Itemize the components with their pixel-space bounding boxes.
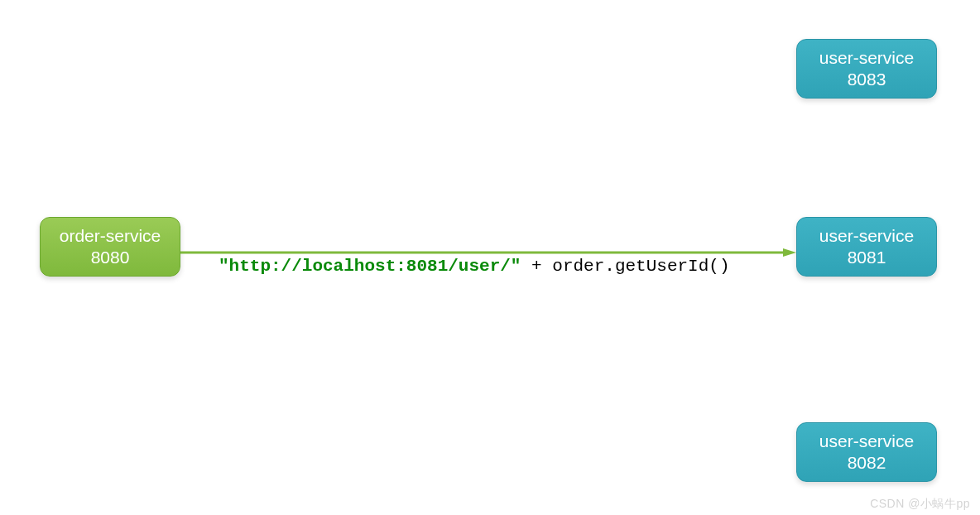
user-service-port-1: 8081 [848, 247, 886, 268]
svg-marker-1 [783, 248, 796, 257]
user-service-port-0: 8083 [848, 69, 886, 90]
user-service-box-8083: user-service 8083 [796, 39, 937, 99]
user-service-box-8081: user-service 8081 [796, 217, 937, 277]
user-service-name-1: user-service [819, 225, 914, 247]
user-service-name-2: user-service [819, 431, 914, 452]
arrow-order-to-user [180, 245, 796, 253]
order-service-name: order-service [60, 225, 161, 247]
request-url-label: "http://localhost:8081/user/" + order.ge… [219, 257, 730, 276]
user-service-box-8082: user-service 8082 [796, 422, 937, 482]
user-service-port-2: 8082 [848, 452, 886, 474]
watermark-text: CSDN @小蜗牛pp [870, 497, 970, 512]
request-url-string: "http://localhost:8081/user/" [219, 257, 521, 276]
order-service-box: order-service 8080 [40, 217, 180, 277]
order-service-port: 8080 [91, 247, 130, 268]
user-service-name-0: user-service [819, 47, 914, 69]
request-url-suffix: + order.getUserId() [521, 257, 729, 276]
